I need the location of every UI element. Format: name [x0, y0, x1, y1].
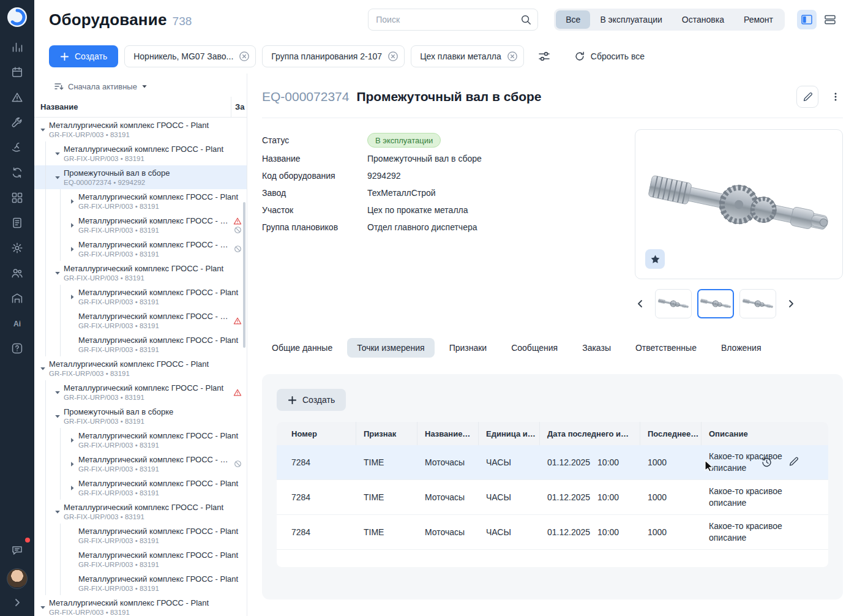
tree-row[interactable]: Металлургический комплекс ГРОСС - PlantG… [34, 237, 247, 261]
chip-remove-icon[interactable] [239, 51, 250, 62]
caret-down-icon[interactable] [38, 603, 48, 612]
image-thumbnail-1[interactable] [655, 289, 692, 318]
help-icon[interactable] [6, 338, 28, 358]
caret-down-icon[interactable] [53, 411, 62, 421]
image-thumbnail-3[interactable] [739, 289, 776, 318]
alerts-icon[interactable] [6, 87, 28, 107]
modules-icon[interactable] [6, 187, 28, 208]
caret-right-icon[interactable] [67, 244, 77, 254]
tree-row[interactable]: Металлургический комплекс ГРОСС - PlantG… [34, 309, 247, 332]
caret-right-icon[interactable] [67, 459, 77, 469]
create-equipment-button[interactable]: Создать [49, 45, 118, 67]
tree-row[interactable]: Промежуточный вал в сбореEQ-000072374 • … [34, 165, 247, 189]
app-logo[interactable] [6, 6, 28, 28]
warehouse-icon[interactable] [6, 288, 28, 308]
favorite-star-button[interactable] [645, 249, 665, 269]
column-header-3[interactable]: Единица и… [479, 422, 540, 445]
tab-6[interactable]: Вложения [711, 338, 771, 358]
filter-tab-2[interactable]: Остановка [672, 10, 734, 29]
filter-tab-1[interactable]: В эксплуатации [590, 10, 672, 29]
tree-row[interactable]: Металлургический комплекс ГРОСС - PlantG… [34, 452, 247, 476]
tab-0[interactable]: Общие данные [262, 338, 342, 358]
caret-right-icon[interactable] [67, 483, 77, 493]
more-menu-icon[interactable] [828, 89, 843, 104]
column-header-6[interactable]: Описание [702, 422, 828, 445]
caret-down-icon[interactable] [53, 173, 62, 182]
caret-right-icon[interactable] [67, 197, 77, 206]
analytics-icon[interactable] [6, 37, 28, 57]
tree-indent-guide [38, 452, 53, 476]
column-header-4[interactable]: Дата последнего и… [540, 422, 640, 445]
tree-row[interactable]: Промежуточный вал в сборкеGR-FIX-URP/003… [34, 404, 247, 428]
edit-row-icon[interactable] [788, 457, 799, 468]
ai-icon[interactable]: Ai [6, 313, 28, 333]
tree-row[interactable]: Металлургический комплекс ГРОСС - PlantG… [34, 189, 247, 213]
caret-down-icon[interactable] [38, 364, 48, 374]
chat-icon[interactable] [6, 539, 28, 560]
user-avatar[interactable] [7, 568, 28, 589]
settings-icon[interactable] [6, 238, 28, 258]
history-icon[interactable] [761, 457, 773, 468]
carousel-prev-icon[interactable] [635, 298, 646, 309]
tree-row[interactable]: Металлургический комплекс ГРОСС - PlantG… [34, 380, 247, 404]
maintenance-icon[interactable] [6, 137, 28, 157]
tree-row[interactable]: Металлургический комплекс ГРОСС - PlantG… [34, 500, 247, 524]
tree-row[interactable]: Металлургический комплекс ГРОСС - PlantG… [34, 213, 247, 237]
caret-right-icon[interactable] [67, 220, 77, 230]
column-header-2[interactable]: Название… [417, 422, 479, 445]
caret-down-icon[interactable] [53, 268, 62, 278]
table-row[interactable]: 7284TIMEМоточасыЧАСЫ01.12.202510:001000К… [277, 445, 828, 480]
tree-row[interactable]: Металлургический комплекс ГРОСС - PlantG… [34, 118, 247, 141]
caret-right-icon[interactable] [67, 435, 77, 445]
search-input[interactable] [376, 15, 520, 24]
tree-row[interactable]: Металлургический комплекс ГРОСС - PlantG… [34, 332, 247, 356]
filter-settings-icon[interactable] [534, 46, 555, 67]
sync-icon[interactable] [6, 162, 28, 182]
column-header-0[interactable]: Номер [277, 422, 356, 445]
column-header-5[interactable]: Последнее… [640, 422, 702, 445]
edit-button[interactable] [796, 86, 818, 108]
table-row[interactable]: 7284TIMEМоточасыЧАСЫ01.12.202510:001000К… [277, 515, 828, 550]
tree-scrollbar[interactable] [243, 202, 245, 348]
carousel-next-icon[interactable] [785, 298, 796, 309]
calendar-icon[interactable] [6, 62, 28, 82]
tab-1[interactable]: Точки измерения [347, 338, 434, 358]
create-measurement-button[interactable]: Создать [277, 389, 346, 411]
equipment-photo[interactable] [635, 129, 843, 279]
users-icon[interactable] [6, 263, 28, 283]
tree-row[interactable]: Металлургический комплекс ГРОСС - PlantG… [34, 571, 247, 595]
wrench-icon[interactable] [6, 112, 28, 132]
caret-right-icon[interactable] [67, 292, 77, 302]
journal-icon[interactable] [6, 212, 28, 233]
tree-row[interactable]: Металлургический комплекс ГРОСС - PlantG… [34, 356, 247, 380]
tree-row[interactable]: Металлургический комплекс ГРОСС - PlantG… [34, 595, 247, 616]
tab-4[interactable]: Заказы [572, 338, 621, 358]
tab-3[interactable]: Сообщения [501, 338, 567, 358]
caret-down-icon[interactable] [53, 149, 62, 159]
tree-row[interactable]: Металлургический комплекс ГРОСС - PlantG… [34, 141, 247, 165]
tab-2[interactable]: Признаки [440, 338, 497, 358]
column-header-1[interactable]: Признак [356, 422, 417, 445]
tree-row[interactable]: Металлургический комплекс ГРОСС - PlantG… [34, 476, 247, 500]
table-row[interactable]: 7284TIMEМоточасыЧАСЫ01.12.202510:001000К… [277, 480, 828, 515]
caret-down-icon[interactable] [38, 125, 48, 135]
layout-rows-button[interactable] [820, 10, 840, 29]
caret-down-icon[interactable] [53, 388, 62, 397]
tree-row[interactable]: Металлургический комплекс ГРОСС - PlantG… [34, 428, 247, 452]
tree-item-name: Металлургический комплекс ГРОСС - Plant [78, 216, 231, 226]
image-thumbnail-2[interactable] [697, 289, 734, 318]
filter-tab-0[interactable]: Все [556, 10, 590, 29]
tree-row[interactable]: Металлургический комплекс ГРОСС - PlantG… [34, 285, 247, 309]
chip-remove-icon[interactable] [507, 51, 518, 62]
tree-row[interactable]: Металлургический комплекс ГРОСС - PlantG… [34, 261, 247, 285]
layout-split-button[interactable] [797, 10, 817, 29]
tree-row[interactable]: Металлургический комплекс ГРОСС - PlantG… [34, 524, 247, 547]
filter-tab-3[interactable]: Ремонт [734, 10, 783, 29]
tree-row[interactable]: Металлургический комплекс ГРОСС - PlantG… [34, 547, 247, 571]
caret-down-icon[interactable] [53, 507, 62, 517]
reset-all-button[interactable]: Сбросить все [574, 51, 645, 62]
chip-remove-icon[interactable] [387, 51, 399, 62]
tab-5[interactable]: Ответственные [626, 338, 706, 358]
sidebar-collapse-icon[interactable] [12, 598, 22, 607]
sort-control[interactable]: Сначала активные [34, 73, 247, 97]
